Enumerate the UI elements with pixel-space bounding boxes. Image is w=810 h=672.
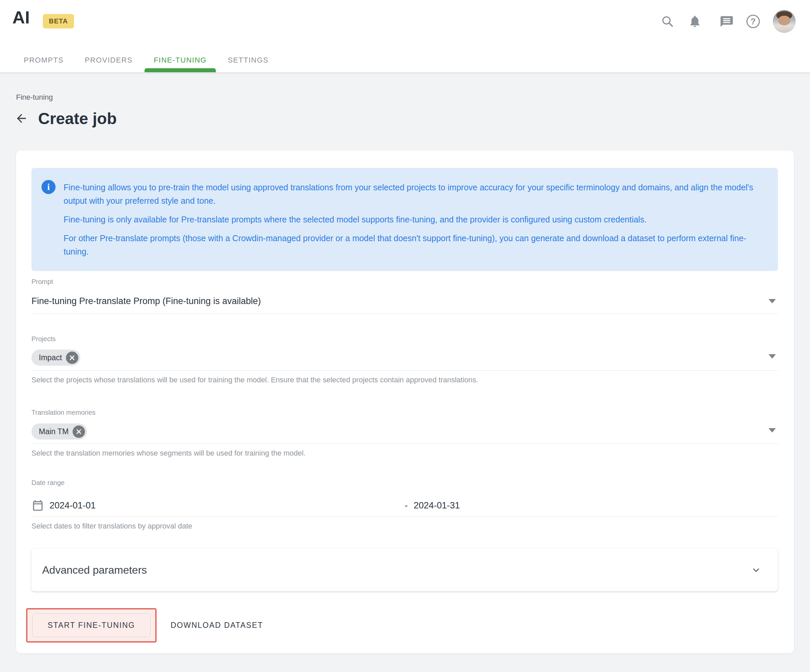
help-glyph: ?	[751, 17, 756, 27]
projects-select[interactable]: Impact	[32, 350, 778, 371]
advanced-parameters-panel[interactable]: Advanced parameters	[32, 549, 778, 591]
start-fine-tuning-button[interactable]: START FINE-TUNING	[32, 613, 150, 637]
chevron-down-icon	[751, 565, 761, 575]
chip-label: Impact	[39, 353, 62, 362]
translation-memories-label: Translation memories	[32, 408, 778, 416]
prompt-label: Prompt	[32, 278, 778, 286]
chip-remove-icon[interactable]	[73, 426, 85, 438]
end-date-value[interactable]: 2024-01-31	[414, 499, 460, 512]
page-title: Create job	[38, 109, 117, 128]
info-paragraph: Fine-tuning allows you to pre-train the …	[64, 181, 763, 207]
start-date-value[interactable]: 2024-01-01	[49, 499, 96, 512]
create-job-card: i Fine-tuning allows you to pre-train th…	[16, 150, 794, 653]
tab-bar: PROMPTS PROVIDERS FINE-TUNING SETTINGS	[15, 48, 278, 72]
title-row: Create job	[15, 109, 117, 128]
calendar-icon[interactable]	[32, 499, 44, 512]
chevron-down-icon[interactable]	[768, 428, 776, 433]
help-icon[interactable]: ?	[746, 15, 760, 28]
projects-label: Projects	[32, 335, 778, 343]
tab-settings[interactable]: SETTINGS	[219, 48, 278, 72]
prompt-select[interactable]: Fine-tuning Pre-translate Promp (Fine-tu…	[32, 294, 778, 314]
breadcrumb: Fine-tuning	[16, 93, 53, 102]
info-paragraph: For other Pre-translate prompts (those w…	[64, 231, 763, 258]
tab-prompts[interactable]: PROMPTS	[15, 48, 73, 72]
chevron-down-icon[interactable]	[768, 354, 776, 359]
tm-chip: Main TM	[32, 423, 87, 440]
app-logo[interactable]: AI	[12, 7, 30, 27]
target-highlight: START FINE-TUNING	[26, 608, 157, 643]
advanced-parameters-label: Advanced parameters	[42, 564, 147, 576]
date-range-helper: Select dates to filter translations by a…	[32, 522, 778, 531]
date-range-label: Date range	[32, 479, 778, 487]
tab-fine-tuning[interactable]: FINE-TUNING	[145, 48, 216, 72]
chip-label: Main TM	[39, 427, 69, 436]
projects-field: Projects Impact Select the projects whos…	[32, 335, 778, 385]
app-header: AI BETA ? PROMPTS PROVIDERS FINE-TUNING …	[0, 0, 810, 72]
info-paragraph: Fine-tuning is only available for Pre-tr…	[64, 213, 763, 226]
translation-memories-select[interactable]: Main TM	[32, 423, 778, 444]
info-box: i Fine-tuning allows you to pre-train th…	[32, 168, 778, 271]
date-separator: -	[405, 500, 408, 511]
avatar[interactable]	[773, 10, 796, 33]
back-arrow-icon[interactable]	[15, 112, 28, 125]
projects-helper: Select the projects whose translations w…	[32, 375, 778, 385]
chip-remove-icon[interactable]	[66, 352, 78, 364]
translation-memories-helper: Select the translation memories whose se…	[32, 448, 778, 458]
end-date-input[interactable]: - 2024-01-31	[405, 499, 778, 512]
chevron-down-icon[interactable]	[768, 299, 776, 303]
start-date-input[interactable]: 2024-01-01	[32, 499, 405, 512]
beta-badge: BETA	[43, 14, 74, 29]
translation-memories-field: Translation memories Main TM Select the …	[32, 408, 778, 458]
info-icon: i	[42, 180, 56, 194]
project-chip: Impact	[32, 350, 80, 365]
search-icon[interactable]	[661, 15, 674, 28]
tab-providers[interactable]: PROVIDERS	[76, 48, 142, 72]
date-range-field: Date range 2024-01-01 - 2024-01-31 Selec…	[32, 479, 778, 531]
prompt-value: Fine-tuning Pre-translate Promp (Fine-tu…	[32, 294, 261, 308]
download-dataset-button[interactable]: DOWNLOAD DATASET	[165, 613, 269, 637]
bell-icon[interactable]	[688, 15, 702, 28]
date-range-row: 2024-01-01 - 2024-01-31	[32, 499, 778, 517]
chat-icon[interactable]	[720, 15, 733, 28]
prompt-field: Prompt Fine-tuning Pre-translate Promp (…	[32, 278, 778, 314]
